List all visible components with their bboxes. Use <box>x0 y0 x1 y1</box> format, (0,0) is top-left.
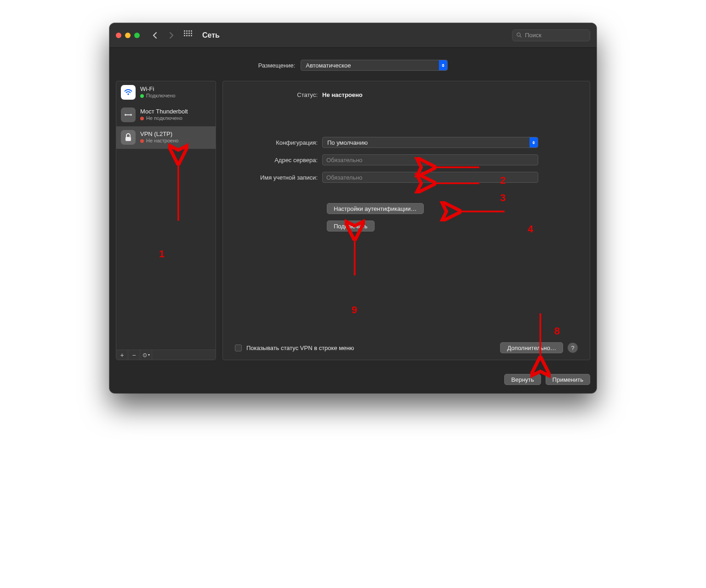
service-actions-menu[interactable]: ⊙▾ <box>140 350 152 360</box>
location-label: Размещение: <box>258 62 296 69</box>
body: Wi-Fi Подключено Мост Thunderbolt Не под… <box>109 81 597 367</box>
help-button[interactable]: ? <box>568 343 578 353</box>
sidebar-item-label: VPN (L2TP) <box>140 130 178 138</box>
svg-rect-6 <box>125 137 131 141</box>
svg-point-0 <box>517 33 520 36</box>
server-address-input[interactable] <box>322 154 538 165</box>
account-name-row: Имя учетной записи: <box>235 172 578 183</box>
panel-footer: Показывать статус VPN в строке меню Допо… <box>235 342 578 353</box>
revert-button[interactable]: Вернуть <box>504 374 541 385</box>
network-services-sidebar: Wi-Fi Подключено Мост Thunderbolt Не под… <box>116 81 216 360</box>
chevron-updown-icon <box>530 137 538 147</box>
svg-point-4 <box>130 114 132 116</box>
sidebar-item-label: Мост Thunderbolt <box>140 108 188 115</box>
search-icon <box>516 32 522 38</box>
minimize-icon[interactable] <box>125 33 131 38</box>
location-row: Размещение: Автоматическое <box>109 48 597 81</box>
configuration-select[interactable]: По умолчанию <box>322 137 538 148</box>
window-controls <box>116 33 140 38</box>
sidebar-item-thunderbolt[interactable]: Мост Thunderbolt Не подключено <box>116 104 216 126</box>
forward-button[interactable] <box>165 29 177 41</box>
configuration-row: Конфигурация: По умолчанию <box>235 137 578 148</box>
server-address-row: Адрес сервера: <box>235 154 578 165</box>
show-vpn-status-label: Показывать статус VPN в строке меню <box>246 345 354 351</box>
search-placeholder: Поиск <box>525 32 541 39</box>
sidebar-item-label: Wi-Fi <box>140 85 176 93</box>
show-vpn-status-checkbox[interactable] <box>235 345 242 351</box>
show-all-icon[interactable] <box>184 30 194 40</box>
status-dot-icon <box>140 139 144 143</box>
authentication-settings-button[interactable]: Настройки аутентификации… <box>327 203 424 214</box>
network-preferences-window: Сеть Поиск Размещение: Автоматическое W <box>109 23 597 393</box>
connect-button[interactable]: Подключить <box>327 220 375 232</box>
account-name-input[interactable] <box>322 172 538 183</box>
svg-point-3 <box>125 114 126 116</box>
status-dot-icon <box>140 94 144 98</box>
status-dot-icon <box>140 117 144 120</box>
remove-service-button[interactable]: − <box>128 350 140 360</box>
location-select[interactable]: Автоматическое <box>301 60 448 71</box>
service-detail-panel: Статус: Не настроено Конфигурация: По ум… <box>222 81 590 360</box>
apply-button[interactable]: Применить <box>546 374 590 385</box>
sidebar-footer: + − ⊙▾ <box>116 350 216 360</box>
status-label: Статус: <box>235 91 322 98</box>
status-value: Не настроено <box>322 91 578 98</box>
search-input[interactable]: Поиск <box>512 29 590 41</box>
bottom-button-row: Вернуть Применить <box>109 367 597 393</box>
account-name-label: Имя учетной записи: <box>235 174 322 181</box>
location-value: Автоматическое <box>306 62 351 69</box>
advanced-button[interactable]: Дополнительно… <box>500 342 563 353</box>
lock-icon <box>121 130 136 145</box>
status-row: Статус: Не настроено <box>235 91 578 98</box>
chevron-updown-icon <box>439 60 447 70</box>
sidebar-item-wifi[interactable]: Wi-Fi Подключено <box>116 81 216 104</box>
zoom-icon[interactable] <box>134 33 140 38</box>
add-service-button[interactable]: + <box>116 350 128 360</box>
svg-rect-5 <box>126 114 130 115</box>
svg-line-1 <box>520 36 521 37</box>
configuration-label: Конфигурация: <box>235 139 322 146</box>
sidebar-list: Wi-Fi Подключено Мост Thunderbolt Не под… <box>116 81 216 350</box>
svg-point-2 <box>127 93 129 95</box>
server-address-label: Адрес сервера: <box>235 157 322 164</box>
titlebar: Сеть Поиск <box>109 23 597 48</box>
thunderbolt-bridge-icon <box>121 107 136 122</box>
back-button[interactable] <box>149 29 161 41</box>
window-title: Сеть <box>202 31 220 40</box>
sidebar-item-vpn[interactable]: VPN (L2TP) Не настроено <box>116 126 216 149</box>
close-icon[interactable] <box>116 33 121 38</box>
wifi-icon <box>121 85 136 100</box>
